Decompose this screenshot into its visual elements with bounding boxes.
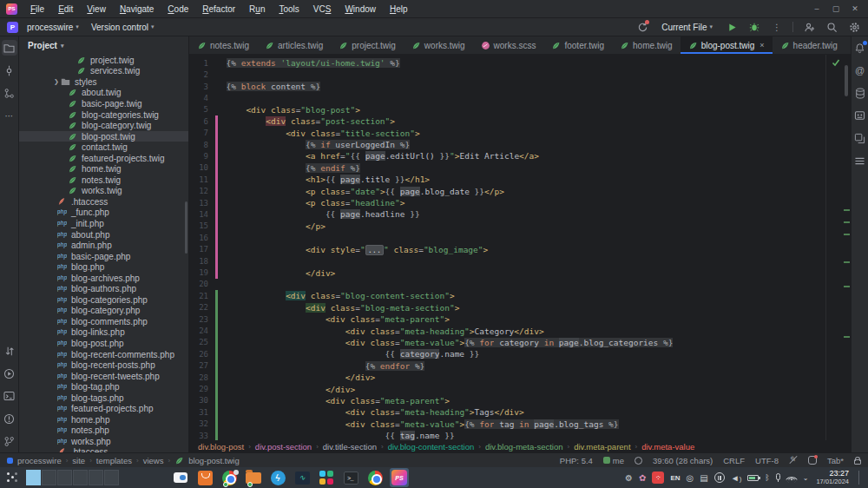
run-configuration-selector[interactable]: Current File▾	[658, 21, 716, 34]
error-stripe-mark[interactable]	[844, 336, 850, 338]
layers-tool-icon[interactable]	[852, 153, 868, 168]
tree-item-blog-recent-tweets.php[interactable]: phpblog-recent-tweets.php	[19, 371, 188, 382]
breadcrumb-div.blog-content-section[interactable]: div.blog-content-section	[388, 442, 475, 452]
error-stripe-mark[interactable]	[844, 209, 850, 211]
taskbar-app-slack[interactable]	[317, 468, 336, 487]
tree-item-featured-projects.twig[interactable]: featured-projects.twig	[19, 153, 188, 164]
status-path-site[interactable]: site	[72, 456, 85, 465]
code-line-4[interactable]: 4	[189, 92, 851, 103]
taskbar-app-terminal[interactable]: >_	[341, 468, 360, 487]
taskbar-app-chrome[interactable]	[220, 468, 239, 487]
code-line-27[interactable]: 27 {% endfor %}	[189, 360, 851, 372]
lock-widget-icon[interactable]	[854, 457, 861, 465]
tab-project.twig[interactable]: project.twig	[331, 36, 404, 54]
code-line-9[interactable]: 9 <a href="{{ page.editUrl() }}">Edit Ar…	[189, 150, 851, 162]
inspections-ok-icon[interactable]	[832, 58, 840, 67]
notifications-bell-icon[interactable]	[852, 40, 868, 56]
breadcrumb-div.post-section[interactable]: div.post-section	[255, 442, 312, 452]
status-path-templates[interactable]: templates	[96, 456, 132, 465]
tray-settings-icon[interactable]: ⚙	[625, 473, 633, 483]
tray-screenshare-icon[interactable]: ⁘	[652, 472, 664, 484]
code-line-6[interactable]: 6 <div class="post-section">	[189, 115, 851, 127]
status-path-views[interactable]: views	[143, 456, 164, 465]
close-tab-icon[interactable]: ×	[760, 41, 764, 49]
tab-notes.twig[interactable]: notes.twig	[189, 36, 257, 54]
caret-position-widget[interactable]: 39:60 (28 chars)	[653, 456, 713, 465]
code-line-5[interactable]: 5 <div class="blog-post">	[189, 104, 851, 115]
project-panel-header[interactable]: Project ▾	[19, 36, 188, 55]
breadcrumb-div.title-section[interactable]: div.title-section	[323, 442, 377, 452]
tree-item-blog-comments.php[interactable]: phpblog-comments.php	[19, 316, 188, 327]
tray-expand-icon[interactable]: ⌄	[803, 474, 809, 482]
php-version-widget[interactable]: PHP: 5.4	[560, 456, 593, 465]
code-line-30[interactable]: 30 <div class="meta-parent">	[189, 395, 851, 406]
code-line-16[interactable]: 16	[189, 232, 851, 243]
line-separator-widget[interactable]: CRLF	[723, 456, 745, 465]
tree-item-blog-post.php[interactable]: phpblog-post.php	[19, 338, 188, 349]
menu-code[interactable]: Code	[161, 3, 194, 16]
indent-widget[interactable]: Tab*	[827, 456, 844, 465]
encoding-widget[interactable]: UTF-8	[755, 456, 779, 465]
code-line-29[interactable]: 29 </div>	[189, 383, 851, 394]
code-line-32[interactable]: 32 <div class="meta-value">{% for tag in…	[189, 419, 851, 430]
app-launcher-icon[interactable]	[5, 471, 19, 485]
menu-help[interactable]: Help	[384, 3, 414, 16]
tree-item-blog-category.php[interactable]: phpblog-category.php	[19, 306, 188, 317]
git-tool-icon[interactable]	[2, 433, 17, 449]
code-line-20[interactable]: 20	[189, 279, 851, 290]
tree-item-notes.twig[interactable]: notes.twig	[19, 175, 188, 186]
tree-item-blog-categories.twig[interactable]: blog-categories.twig	[19, 109, 188, 121]
tree-item-services.twig[interactable]: services.twig	[19, 66, 188, 77]
tray-microphone-icon[interactable]	[776, 473, 780, 480]
tree-item-works.php[interactable]: phpworks.php	[19, 436, 188, 447]
menu-view[interactable]: View	[81, 3, 112, 16]
terminal-tool-icon[interactable]	[2, 388, 17, 404]
taskbar-clock[interactable]: 23:27 17/01/2024	[816, 470, 849, 485]
tree-item-basic-page.twig[interactable]: basic-page.twig	[19, 98, 188, 109]
project-scrollbar[interactable]	[185, 201, 187, 254]
code-line-22[interactable]: 22 <div class="blog-meta-section">	[189, 302, 851, 313]
more-tools-icon[interactable]: ⋯	[2, 108, 17, 123]
tab-footer.twig[interactable]: footer.twig	[543, 36, 612, 54]
tree-item-blog.php[interactable]: phpblog.php	[19, 261, 188, 273]
error-stripe-mark[interactable]	[844, 234, 850, 235]
tab-header.twig[interactable]: header.twig	[773, 36, 845, 54]
code-line-19[interactable]: 19 </div>	[189, 267, 851, 278]
taskbar-app-files[interactable]	[244, 468, 263, 487]
error-stripe-mark[interactable]	[844, 286, 850, 287]
menu-file[interactable]: File	[24, 3, 50, 16]
more-actions-icon[interactable]: ⋮	[770, 20, 784, 34]
notifications-status-icon[interactable]	[808, 456, 817, 465]
tab-blog-post.twig[interactable]: blog-post.twig×	[681, 36, 773, 54]
run-button[interactable]	[725, 20, 739, 34]
code-line-31[interactable]: 31 <div class="meta-heading">Tags</div>	[189, 406, 851, 418]
code-line-14[interactable]: 14 {{ page.headline }}	[189, 208, 851, 220]
readonly-toggle-icon[interactable]	[789, 456, 798, 465]
code-line-26[interactable]: 26 {{ category.name }}	[189, 348, 851, 359]
structure-tool-icon[interactable]	[2, 85, 17, 101]
code-line-15[interactable]: 15 </p>	[189, 221, 851, 232]
code-line-12[interactable]: 12 <p class="date">{{ page.blog_date }}<…	[189, 185, 851, 196]
tree-item-.htaccess[interactable]: .htaccess	[19, 196, 188, 208]
tree-item-contact.twig[interactable]: contact.twig	[19, 142, 188, 153]
tree-item-basic-page.php[interactable]: phpbasic-page.php	[19, 251, 188, 262]
code-line-24[interactable]: 24 <div class="meta-heading">Category</d…	[189, 325, 851, 336]
code-line-23[interactable]: 23 <div class="meta-parent">	[189, 313, 851, 325]
settings-gear-icon[interactable]	[847, 20, 861, 34]
tree-item-blog-archives.php[interactable]: phpblog-archives.php	[19, 273, 188, 284]
services-tool-icon[interactable]	[2, 366, 17, 381]
tree-item-blog-tag.php[interactable]: phpblog-tag.php	[19, 381, 188, 392]
tree-item-home.twig[interactable]: home.twig	[19, 163, 188, 175]
menu-refactor[interactable]: Refactor	[196, 3, 241, 16]
code-line-17[interactable]: 17 <div style="..." class="blog_image">	[189, 244, 851, 255]
code-line-21[interactable]: 21 <div class="blog-content-section">	[189, 290, 851, 301]
problems-tool-icon[interactable]	[2, 411, 17, 426]
tray-clipboard-icon[interactable]: ▤	[700, 473, 707, 483]
tray-volume-icon[interactable]: ◄)	[731, 473, 742, 483]
tree-item-blog-links.php[interactable]: phpblog-links.php	[19, 327, 188, 339]
taskbar-app-chrome-2[interactable]	[365, 468, 385, 487]
breadcrumb-div.meta-parent[interactable]: div.meta-parent	[574, 442, 630, 452]
code-editor[interactable]: 1{% extends 'layout/ui-home.twig' %}23{%…	[189, 55, 851, 440]
project-widget[interactable]: processwire▾	[23, 21, 82, 34]
taskbar-app-toggles[interactable]	[171, 468, 190, 487]
